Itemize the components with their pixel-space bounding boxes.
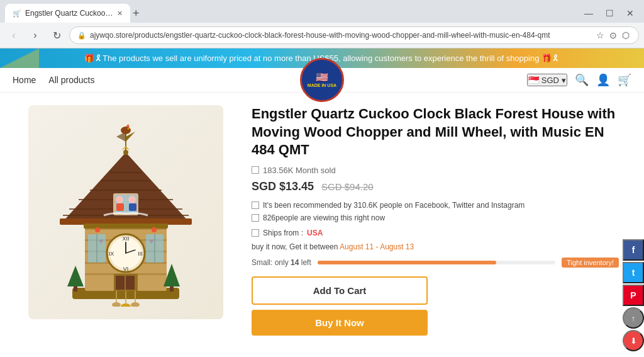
new-tab-button[interactable]: + (133, 7, 140, 20)
share-btn[interactable]: ↑ (623, 307, 644, 329)
original-price: SGD $94.20 (321, 181, 374, 192)
buy-now-label: buy it now, (252, 242, 287, 251)
header-right: 🇸🇬 SGD ▾ 🔍 👤 🛒 (527, 73, 631, 87)
tab-title: Engstler Quartz Cuckoo Clock Bl... (25, 9, 113, 18)
banner-deco-right (594, 48, 644, 68)
stock-bar (318, 261, 496, 264)
reload-button[interactable]: ↻ (48, 26, 65, 44)
tab-bar: 🛒 Engstler Quartz Cuckoo Clock Bl... ✕ +… (0, 0, 644, 23)
address-bar[interactable]: 🔒 ajywqo.store/products/engstler-quartz-… (69, 26, 639, 44)
stock-label: Small: only (252, 258, 289, 267)
viewers-text: 826people are viewing this right now (263, 213, 385, 222)
svg-point-27 (121, 127, 131, 134)
svg-point-52 (112, 302, 121, 307)
svg-point-53 (121, 303, 131, 307)
checkboxes: It's been recommended by 310.6K people o… (252, 201, 619, 222)
svg-point-59 (95, 227, 100, 232)
checkbox-icon-2 (252, 214, 259, 222)
stock-bar-wrapper (318, 261, 555, 264)
forward-button[interactable]: › (26, 26, 44, 44)
account-button[interactable]: 👤 (596, 73, 610, 87)
currency-selector[interactable]: 🇸🇬 SGD ▾ (527, 74, 567, 86)
site-logo[interactable]: 🇺🇸 MADE IN USA (300, 58, 344, 102)
ships-from-label: Ships from : (263, 229, 303, 237)
profile-btn[interactable]: ⊙ (608, 29, 618, 42)
product-title: Engstler Quartz Cuckoo Clock Black Fores… (252, 105, 619, 159)
svg-marker-55 (67, 266, 84, 286)
current-price: SGD $13.45 (252, 180, 314, 193)
delivery-row: buy it now, Get it between August 11 - A… (252, 242, 619, 251)
sold-info: 183.56K Month sold (252, 166, 619, 175)
bookmark-star-btn[interactable]: ☆ (595, 29, 606, 42)
pinterest-icon: P (630, 290, 636, 300)
browser-chrome: 🛒 Engstler Quartz Cuckoo Clock Bl... ✕ +… (0, 0, 644, 48)
viewers-item: 826people are viewing this right now (252, 213, 619, 222)
svg-point-18 (116, 196, 123, 203)
ships-from-value[interactable]: USA (307, 229, 323, 237)
stock-suffix: left (301, 258, 311, 267)
twitter-icon: t (632, 268, 635, 278)
address-bar-row: ‹ › ↻ 🔒 ajywqo.store/products/engstler-q… (0, 23, 644, 48)
svg-rect-19 (116, 203, 124, 211)
stock-row: Small: only 14 left Tight inventory! (252, 258, 619, 268)
svg-point-60 (152, 227, 157, 232)
flag-icon: 🇸🇬 (528, 75, 539, 85)
main-content: XII III VI IX ♥ ♥ (0, 93, 644, 348)
tight-inventory-badge: Tight inventory! (562, 258, 619, 268)
svg-rect-41 (126, 276, 135, 290)
download-btn[interactable]: ⬇ (623, 330, 644, 351)
active-tab[interactable]: 🛒 Engstler Quartz Cuckoo Clock Bl... ✕ (5, 4, 130, 23)
tab-favicon: 🛒 (13, 9, 21, 18)
banner-deco-left (0, 48, 50, 68)
facebook-icon: f (632, 245, 635, 255)
minimize-button[interactable]: — (579, 7, 598, 20)
sold-dot (252, 166, 259, 174)
add-to-cart-button[interactable]: Add To Cart (252, 276, 428, 305)
url-text: ajywqo.store/products/engstler-quartz-cu… (90, 31, 591, 40)
svg-point-20 (128, 196, 136, 203)
buy-now-button[interactable]: Buy It Now (252, 310, 428, 336)
logo-flag: 🇺🇸 (316, 71, 328, 83)
currency-chevron: ▾ (562, 76, 566, 85)
stock-count: 14 (291, 258, 299, 267)
lock-icon: 🔒 (77, 31, 86, 40)
social-sidebar: f t P ↑ ⬇ (623, 239, 644, 351)
product-image: XII III VI IX ♥ ♥ (28, 105, 223, 319)
logo-text: MADE IN USA (308, 83, 336, 88)
svg-rect-21 (129, 203, 136, 211)
delivery-label: Get it between (289, 242, 338, 251)
product-details: Engstler Quartz Cuckoo Clock Black Fores… (252, 105, 619, 336)
stock-text: Small: only 14 left (252, 258, 311, 267)
extensions-btn[interactable]: ⬡ (621, 29, 631, 42)
nav-all-products[interactable]: All products (48, 75, 94, 85)
svg-rect-56 (74, 286, 77, 292)
pinterest-share-btn[interactable]: P (623, 285, 644, 306)
main-nav: Home All products (13, 75, 95, 85)
sold-count: 183.56K Month sold (263, 166, 336, 175)
download-icon: ⬇ (630, 336, 637, 346)
price-row: SGD $13.45 SGD $94.20 (252, 180, 619, 193)
nav-home[interactable]: Home (13, 75, 36, 85)
tab-close-btn[interactable]: ✕ (117, 9, 123, 18)
cart-button[interactable]: 🛒 (618, 73, 631, 87)
maximize-button[interactable]: ☐ (601, 7, 619, 20)
svg-rect-58 (170, 286, 174, 292)
svg-point-54 (131, 302, 140, 307)
social-proof-text: It's been recommended by 310.6K people o… (263, 201, 525, 210)
ships-row: Ships from : USA (252, 229, 619, 237)
svg-point-25 (123, 150, 128, 155)
back-button[interactable]: ‹ (5, 26, 23, 44)
twitter-share-btn[interactable]: t (623, 262, 644, 283)
address-actions: ☆ ⊙ ⬡ (595, 29, 631, 42)
share-icon: ↑ (631, 314, 636, 323)
close-button[interactable]: ✕ (621, 7, 639, 20)
svg-text:III: III (138, 251, 143, 257)
search-button[interactable]: 🔍 (575, 73, 589, 87)
facebook-share-btn[interactable]: f (623, 239, 644, 261)
social-proof-item: It's been recommended by 310.6K people o… (252, 201, 619, 210)
svg-text:IX: IX (109, 251, 114, 257)
delivery-dates: August 11 - August 13 (340, 242, 414, 251)
cuckoo-clock-svg: XII III VI IX ♥ ♥ (53, 118, 198, 307)
svg-text:XII: XII (122, 235, 129, 242)
product-image-area: XII III VI IX ♥ ♥ (25, 105, 226, 336)
